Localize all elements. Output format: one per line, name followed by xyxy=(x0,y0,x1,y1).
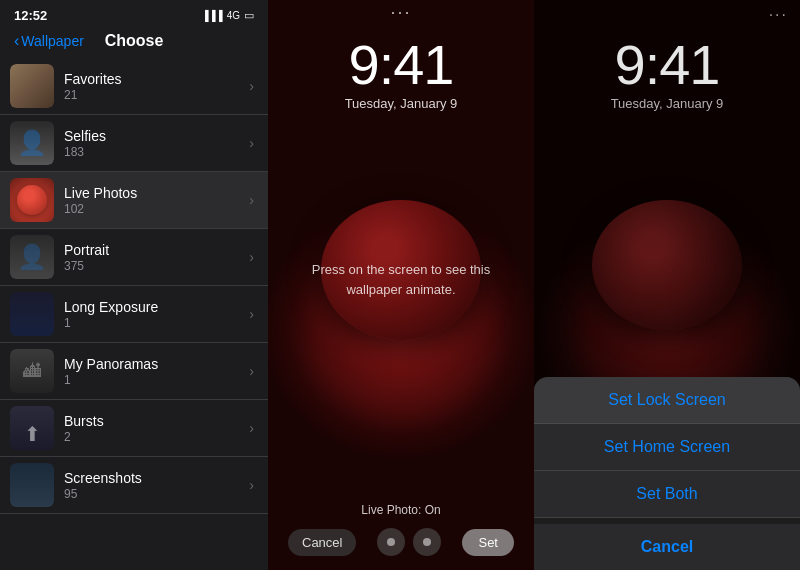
right-ellipsis-icon: ··· xyxy=(769,6,788,24)
album-info-favorites: Favorites 21 xyxy=(64,71,249,102)
chevron-right-icon: › xyxy=(249,249,254,265)
network-icon: 4G xyxy=(227,10,240,21)
album-name-panoramas: My Panoramas xyxy=(64,356,249,372)
nav-bar: ‹ Wallpaper Choose xyxy=(0,28,268,58)
chevron-right-icon: › xyxy=(249,420,254,436)
left-panel: 12:52 ▐▐▐ 4G ▭ ‹ Wallpaper Choose Favori… xyxy=(0,0,268,570)
album-count-panoramas: 1 xyxy=(64,373,249,387)
album-info-live: Live Photos 102 xyxy=(64,185,249,216)
back-label: Wallpaper xyxy=(21,33,84,49)
album-thumb-portrait: 👤 xyxy=(10,235,54,279)
album-list: Favorites 21 › 👤 Selfies 183 › Live Phot… xyxy=(0,58,268,570)
effect-button[interactable] xyxy=(413,528,441,556)
album-thumb-live xyxy=(10,178,54,222)
battery-icon: ▭ xyxy=(244,9,254,22)
cancel-button[interactable]: Cancel xyxy=(288,529,356,556)
back-button[interactable]: ‹ Wallpaper xyxy=(14,32,84,50)
album-thumb-favorites xyxy=(10,64,54,108)
album-count-live: 102 xyxy=(64,202,249,216)
album-info-selfies: Selfies 183 xyxy=(64,128,249,159)
signal-icon: ▐▐▐ xyxy=(201,10,222,21)
album-thumb-screenshots xyxy=(10,463,54,507)
wallpaper-hint: Press on the screen to see this wallpape… xyxy=(268,260,534,299)
album-thumb-longexp xyxy=(10,292,54,336)
nav-title: Choose xyxy=(105,32,164,50)
album-info-bursts: Bursts 2 xyxy=(64,413,249,444)
right-lock-time: 9:41 xyxy=(534,32,800,97)
mid-lock-time: 9:41 xyxy=(268,32,534,97)
right-lock-date: Tuesday, January 9 xyxy=(534,96,800,111)
album-info-panoramas: My Panoramas 1 xyxy=(64,356,249,387)
mid-status-bar: ··· xyxy=(268,0,534,24)
album-count-portrait: 375 xyxy=(64,259,249,273)
album-info-portrait: Portrait 375 xyxy=(64,242,249,273)
cancel-action-button[interactable]: Cancel xyxy=(534,524,800,570)
album-count-selfies: 183 xyxy=(64,145,249,159)
chevron-right-icon: › xyxy=(249,363,254,379)
album-name-selfies: Selfies xyxy=(64,128,249,144)
album-item-panoramas[interactable]: 🏙 My Panoramas 1 › xyxy=(0,343,268,400)
status-bar: 12:52 ▐▐▐ 4G ▭ xyxy=(0,0,268,28)
album-name-bursts: Bursts xyxy=(64,413,249,429)
right-bowl xyxy=(592,200,742,330)
album-count-bursts: 2 xyxy=(64,430,249,444)
effect-icon xyxy=(423,538,431,546)
chevron-right-icon: › xyxy=(249,78,254,94)
album-count-longexp: 1 xyxy=(64,316,249,330)
album-item-favorites[interactable]: Favorites 21 › xyxy=(0,58,268,115)
album-count-screenshots: 95 xyxy=(64,487,249,501)
album-item-selfies[interactable]: 👤 Selfies 183 › xyxy=(0,115,268,172)
album-item-live[interactable]: Live Photos 102 › xyxy=(0,172,268,229)
album-name-longexp: Long Exposure xyxy=(64,299,249,315)
mid-lock-date: Tuesday, January 9 xyxy=(268,96,534,111)
status-icons: ▐▐▐ 4G ▭ xyxy=(201,9,254,22)
status-time: 12:52 xyxy=(14,8,47,23)
set-button[interactable]: Set xyxy=(462,529,514,556)
chevron-right-icon: › xyxy=(249,135,254,151)
album-item-screenshots[interactable]: Screenshots 95 › xyxy=(0,457,268,514)
right-panel: ··· 9:41 Tuesday, January 9 Set Lock Scr… xyxy=(534,0,800,570)
album-name-portrait: Portrait xyxy=(64,242,249,258)
album-name-screenshots: Screenshots xyxy=(64,470,249,486)
album-count-favorites: 21 xyxy=(64,88,249,102)
mid-bottom-bar: Cancel Set xyxy=(268,528,534,556)
chevron-right-icon: › xyxy=(249,192,254,208)
chevron-left-icon: ‹ xyxy=(14,32,19,50)
set-both-button[interactable]: Set Both xyxy=(534,471,800,518)
album-name-favorites: Favorites xyxy=(64,71,249,87)
album-item-bursts[interactable]: ⬆ Bursts 2 › xyxy=(0,400,268,457)
perspective-button[interactable] xyxy=(377,528,405,556)
live-photo-label: Live Photo: On xyxy=(268,500,534,518)
album-thumb-bursts: ⬆ xyxy=(10,406,54,450)
chevron-right-icon: › xyxy=(249,477,254,493)
perspective-icon xyxy=(387,538,395,546)
mid-ellipsis-icon: ··· xyxy=(390,2,411,23)
album-info-longexp: Long Exposure 1 xyxy=(64,299,249,330)
set-home-screen-button[interactable]: Set Home Screen xyxy=(534,424,800,471)
album-info-screenshots: Screenshots 95 xyxy=(64,470,249,501)
middle-panel: ··· 9:41 Tuesday, January 9 Press on the… xyxy=(268,0,534,570)
action-sheet: Set Lock Screen Set Home Screen Set Both… xyxy=(534,377,800,570)
chevron-right-icon: › xyxy=(249,306,254,322)
set-lock-screen-button[interactable]: Set Lock Screen xyxy=(534,377,800,424)
album-thumb-selfies: 👤 xyxy=(10,121,54,165)
album-thumb-panoramas: 🏙 xyxy=(10,349,54,393)
album-item-longexp[interactable]: Long Exposure 1 › xyxy=(0,286,268,343)
album-name-live: Live Photos xyxy=(64,185,249,201)
album-item-portrait[interactable]: 👤 Portrait 375 › xyxy=(0,229,268,286)
